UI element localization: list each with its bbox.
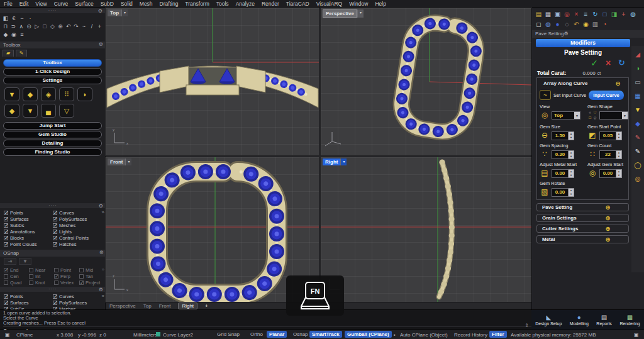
side-toolbar-icon[interactable]: ✎ — [635, 148, 640, 155]
scroll-indicator-icon[interactable]: ⇕ — [525, 323, 529, 328]
collapsed-section-bar[interactable]: Pave Setting ⊕ — [536, 203, 629, 211]
window-icon[interactable]: ▣ — [634, 332, 639, 338]
menu-item[interactable]: Analyze — [236, 1, 255, 7]
checkbox[interactable] — [4, 217, 8, 221]
gem-tool-icon[interactable]: ◆ — [23, 87, 38, 101]
viewport-label-perspective[interactable]: Perspective ▾ — [323, 9, 364, 18]
tool-icon[interactable]: ⊕ — [57, 23, 63, 30]
side-toolbar-icon[interactable]: ✎ — [635, 134, 640, 141]
panel-drag-handle[interactable]: ····⚙ — [0, 203, 106, 208]
add-viewport-tab-button[interactable]: + — [205, 303, 208, 309]
toolbar-icon[interactable]: ◎ — [563, 10, 571, 18]
side-toolbar-icon[interactable]: ◆ — [635, 120, 640, 127]
tool-icon[interactable]: ≡ — [19, 31, 25, 38]
tool-icon[interactable]: ◧ — [3, 15, 9, 22]
menu-item[interactable]: Mesh — [140, 1, 153, 7]
gear-icon[interactable]: ⚙ — [99, 42, 103, 47]
toolbar-icon[interactable]: + — [619, 10, 628, 18]
expand-plus-icon[interactable]: ⊕ — [606, 236, 611, 243]
grid-snap-toggle[interactable]: Grid Snap — [214, 331, 242, 338]
checkbox[interactable] — [54, 281, 58, 285]
gear-icon[interactable]: ⚙ — [99, 287, 104, 292]
gear-icon[interactable]: ⚙ — [98, 8, 103, 14]
workflow-tab[interactable]: ◣ Design Setup — [535, 314, 562, 326]
expand-chevron-icon[interactable]: » — [102, 209, 104, 215]
expand-chevron-icon[interactable]: » — [102, 293, 104, 299]
viewport-label-top[interactable]: Top ▾ — [108, 9, 128, 16]
osnap-filter-icon[interactable]: ▼ — [19, 258, 31, 265]
gem-tool-icon[interactable]: ◗ — [77, 87, 92, 101]
tool-icon[interactable]: ▷ — [34, 23, 40, 30]
menu-item[interactable]: Window — [349, 1, 368, 7]
number-spinner[interactable]: 0.00 ▲▼ — [552, 188, 574, 197]
viewport-tab-right[interactable]: Right — [178, 303, 197, 309]
checkbox[interactable] — [4, 268, 8, 272]
osnap-toggle[interactable]: Osnap — [291, 331, 311, 338]
menu-item[interactable]: Transform — [185, 1, 209, 7]
ortho-toggle[interactable]: Ortho — [248, 331, 265, 338]
viewport-tab-perspective[interactable]: Perspective — [109, 303, 136, 309]
gem-tool-icon[interactable]: ▄ — [41, 104, 56, 118]
toolbar-icon[interactable]: ◔ — [601, 20, 609, 28]
gem-tool-icon[interactable]: ▼ — [23, 104, 38, 118]
toolbar-icon[interactable]: ● — [553, 20, 562, 28]
confirm-icon[interactable]: ✓ — [591, 57, 598, 69]
checkbox[interactable] — [4, 301, 8, 305]
gear-icon[interactable]: ⚙ — [99, 203, 104, 209]
checkbox[interactable] — [79, 274, 84, 279]
toolbox-tab-icon[interactable]: ▰ — [3, 50, 14, 57]
checkbox[interactable] — [53, 230, 57, 234]
checkbox[interactable] — [29, 281, 33, 285]
one-click-design-button[interactable]: 1-Click Design — [3, 68, 102, 75]
checkbox[interactable] — [29, 274, 33, 279]
tool-icon[interactable]: □ — [42, 23, 47, 30]
side-toolbar-icon[interactable]: ◑ — [636, 65, 640, 72]
viewport-right[interactable]: Right ▾ — [321, 157, 531, 302]
checkbox[interactable] — [4, 236, 8, 240]
chevron-down-icon[interactable]: ▾ — [340, 158, 347, 165]
number-spinner[interactable]: 22 ▲▼ — [599, 150, 622, 159]
tool-icon[interactable]: ◆ — [3, 31, 9, 38]
input-curve-button[interactable]: Input Curve — [589, 91, 624, 100]
toolbar-icon[interactable]: ◉ — [582, 20, 590, 28]
menu-item[interactable]: Render — [262, 1, 279, 7]
viewport-perspective[interactable]: Perspective ▾ — [321, 8, 531, 155]
menu-item[interactable]: TiaraCAD — [286, 1, 309, 7]
collapsed-section-bar[interactable]: Cutter Settings ⊕ — [536, 225, 629, 233]
checkbox[interactable] — [4, 242, 8, 247]
workflow-tab[interactable]: ▤ Reports — [596, 314, 612, 326]
toolbar-icon[interactable]: ↶ — [572, 20, 580, 28]
toolbar-icon[interactable]: □ — [601, 10, 609, 18]
tool-icon[interactable]: ◇ — [50, 23, 55, 30]
panel-drag-handle[interactable]: ····⚙ — [0, 8, 105, 13]
chevron-down-icon[interactable]: ▾ — [357, 9, 364, 18]
smarttrack-toggle[interactable]: SmartTrack — [309, 331, 342, 338]
menu-item[interactable]: Help — [375, 1, 386, 7]
number-spinner[interactable]: 0.05 ▲▼ — [599, 131, 622, 140]
menu-item[interactable]: Edit — [19, 1, 29, 7]
expand-plus-icon[interactable]: ⊕ — [606, 204, 611, 211]
gumball-toggle[interactable]: Gumball (CPlane) — [345, 331, 392, 338]
checkbox[interactable] — [53, 236, 57, 240]
expand-chevron-icon[interactable]: » — [102, 267, 104, 272]
checkbox[interactable] — [53, 223, 57, 228]
checkbox[interactable] — [4, 294, 8, 299]
toolbar-icon[interactable]: ◍ — [629, 10, 637, 18]
viewport-label-front[interactable]: Front ▾ — [108, 158, 131, 165]
checkbox[interactable] — [4, 230, 8, 234]
settings-button[interactable]: Settings — [3, 77, 102, 84]
toolbar-icon[interactable]: ▤ — [535, 10, 543, 18]
side-toolbar-icon[interactable]: ◢ — [635, 51, 640, 58]
viewport-tab-top[interactable]: Top — [143, 303, 152, 309]
toolbar-icon[interactable]: ▣ — [553, 10, 562, 18]
gem-tool-icon[interactable]: ⠿ — [59, 87, 74, 101]
gumball-toggle-icon[interactable]: ▣ — [5, 332, 10, 338]
toolbox-tab-icon[interactable]: ✎ — [16, 50, 27, 57]
cplane-label[interactable]: CPlane — [16, 332, 33, 338]
toolbar-icon[interactable]: ◍ — [544, 20, 552, 28]
refresh-icon[interactable]: ↻ — [618, 57, 625, 69]
studio-nav-button[interactable]: Detailing — [3, 140, 102, 147]
side-toolbar-icon[interactable]: ▦ — [635, 92, 640, 99]
gem-shape-dropdown[interactable]: ▼ — [599, 111, 628, 119]
toolbar-icon[interactable]: × — [572, 10, 580, 18]
